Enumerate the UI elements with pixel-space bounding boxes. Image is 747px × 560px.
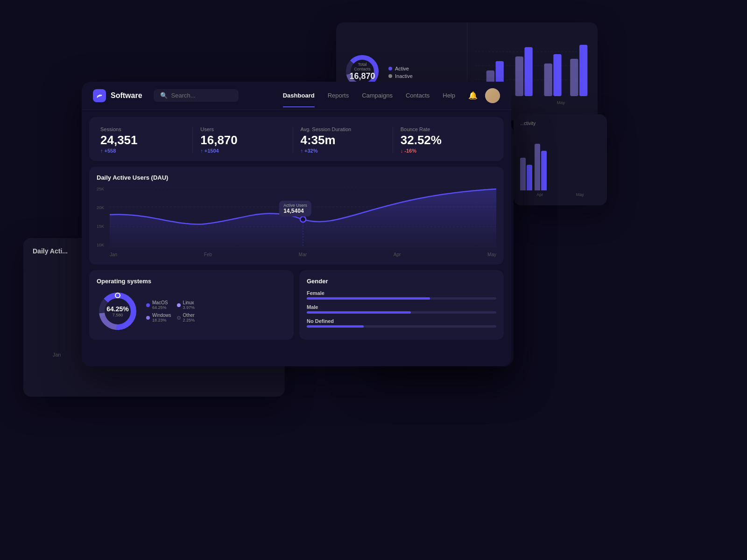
os-donut-center: 64.25% 7,580 <box>106 305 128 317</box>
stats-row: Sessions 24,351 ↑ +558 Users 16,870 ↑ +1… <box>89 117 504 161</box>
bottom-right-card: ...ctivity Apr May <box>514 114 607 205</box>
gender-chart-card: Gender Female Male No Defined <box>299 270 504 340</box>
os-donut: 64.25% 7,580 <box>97 290 139 332</box>
gender-nodefined: No Defined <box>307 318 496 328</box>
bottom-right-bars <box>520 130 600 190</box>
sessions-change: ↑ +558 <box>100 148 185 154</box>
mini-donut-center: Total Contacts 16,870 <box>349 62 375 81</box>
os-legend: MacOS 64.25% Linux 3.97% <box>146 300 202 322</box>
windows-dot <box>146 316 150 320</box>
nodefined-bar-fill <box>307 325 364 328</box>
nav-icons: 🔔 <box>468 88 500 103</box>
other-dot <box>177 316 181 320</box>
gender-male: Male <box>307 304 496 314</box>
dau-chart-content: 25K 20K 15K 10K Active Users 14,5404 <box>97 187 496 257</box>
stat-bounce: Bounce Rate 32.52% ↓ -16% <box>393 126 493 154</box>
users-label: Users <box>200 126 285 132</box>
br-bar-dark-1 <box>527 165 532 190</box>
dau-svg <box>110 187 496 247</box>
dau-chart-card: Daily Active Users (DAU) 25K 20K 15K 10K… <box>89 167 504 265</box>
br-bar-light-2 <box>535 144 540 190</box>
os-donut-section: 64.25% 7,580 MacOS 64.25% <box>97 290 286 332</box>
stat-sessions: Sessions 24,351 ↑ +558 <box>100 126 193 154</box>
brand-name: Software <box>111 91 142 100</box>
bounce-value: 32.52% <box>401 134 485 146</box>
br-bar-pair-2 <box>535 144 547 190</box>
linux-text: Linux 3.97% <box>183 300 195 310</box>
search-icon: 🔍 <box>160 92 168 99</box>
gender-bars: Female Male No Defined <box>307 290 496 328</box>
active-dot <box>388 67 392 70</box>
nav-help[interactable]: Help <box>443 92 455 99</box>
female-bar-fill <box>307 297 430 300</box>
svg-rect-10 <box>544 63 552 96</box>
legend-inactive: Inactive <box>388 73 413 79</box>
svg-rect-9 <box>524 47 532 96</box>
linux-dot <box>177 303 181 307</box>
bell-icon[interactable]: 🔔 <box>468 91 478 100</box>
main-card: Software 🔍 Dashboard Reports Campaigns C… <box>82 82 511 366</box>
other-text: Other 2.25% <box>183 313 195 322</box>
bounce-label: Bounce Rate <box>401 126 485 132</box>
macos-dot <box>146 303 150 307</box>
svg-rect-11 <box>553 54 561 96</box>
stat-users: Users 16,870 ↑ +1504 <box>193 126 293 154</box>
svg-rect-8 <box>515 56 523 96</box>
gender-female: Female <box>307 290 496 300</box>
brand: Software <box>93 89 142 102</box>
male-bar-fill <box>307 311 411 314</box>
dau-title: Daily Active Users (DAU) <box>97 174 496 181</box>
nav-campaigns[interactable]: Campaigns <box>362 92 393 99</box>
avg-session-label: Avg. Session Duration <box>301 126 385 132</box>
gender-title: Gender <box>307 278 496 285</box>
donut-mini-legend: Active Inactive <box>388 66 413 81</box>
charts-grid: Daily Active Users (DAU) 25K 20K 15K 10K… <box>82 161 511 347</box>
avg-session-change: ↑ +32% <box>301 148 385 154</box>
sessions-value: 24,351 <box>100 134 185 146</box>
search-bar[interactable]: 🔍 <box>154 89 239 102</box>
bounce-change: ↓ -16% <box>401 148 485 154</box>
legend-macos: MacOS 64.25% <box>146 300 171 310</box>
windows-text: Windows 18.23% <box>152 313 171 322</box>
dau-y-labels: 25K 20K 15K 10K <box>97 187 106 247</box>
br-bar-light-1 <box>520 158 526 190</box>
os-chart-card: Operating systems 64.2 <box>89 270 294 340</box>
avatar[interactable] <box>485 88 500 103</box>
svg-rect-12 <box>570 59 578 96</box>
dau-chart-area: Active Users 14,5404 <box>110 187 496 257</box>
nodefined-bar-bg <box>307 325 496 328</box>
stat-avg-session: Avg. Session Duration 4:35m ↑ +32% <box>293 126 393 154</box>
bottom-right-x-labels: Apr May <box>520 192 600 197</box>
navbar: Software 🔍 Dashboard Reports Campaigns C… <box>82 82 511 110</box>
search-input[interactable] <box>171 92 232 99</box>
nav-dashboard[interactable]: Dashboard <box>283 92 315 99</box>
nav-contacts[interactable]: Contacts <box>406 92 430 99</box>
avg-session-value: 4:35m <box>301 134 385 146</box>
br-bar-dark-2 <box>541 151 547 190</box>
br-bar-pair-1 <box>520 158 532 190</box>
macos-text: MacOS 64.25% <box>152 300 168 310</box>
users-value: 16,870 <box>200 134 285 146</box>
male-bar-bg <box>307 311 496 314</box>
legend-other: Other 2.25% <box>177 313 202 322</box>
inactive-dot <box>388 74 392 78</box>
nav-reports[interactable]: Reports <box>328 92 349 99</box>
sessions-label: Sessions <box>100 126 185 132</box>
svg-rect-13 <box>579 45 587 96</box>
legend-linux: Linux 3.97% <box>177 300 202 310</box>
bottom-right-title: ...ctivity <box>520 121 600 126</box>
female-bar-bg <box>307 297 496 300</box>
os-title: Operating systems <box>97 278 286 285</box>
dau-x-labels: Jan Feb Mar Apr May <box>110 252 496 257</box>
legend-windows: Windows 18.23% <box>146 313 171 322</box>
users-change: ↑ +1504 <box>200 148 285 154</box>
brand-icon <box>93 89 106 102</box>
nav-links: Dashboard Reports Campaigns Contacts Hel… <box>283 92 455 99</box>
avatar-face <box>485 88 500 103</box>
legend-active: Active <box>388 66 413 71</box>
